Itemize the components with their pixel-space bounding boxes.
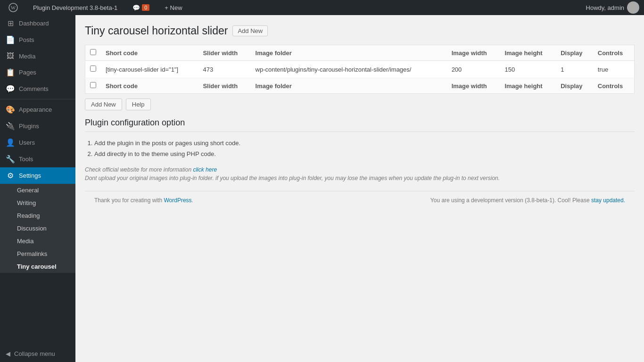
admin-bar: W Plugin Development 3.8-beta-1 💬 0 + Ne…	[0, 0, 644, 15]
collapse-icon: ◀	[6, 350, 10, 357]
sidebar-item-appearance[interactable]: 🎨 Appearance	[0, 101, 75, 118]
plugin-config-notice: Check official website for more informat…	[85, 166, 635, 173]
pages-icon: 📋	[6, 68, 15, 77]
select-all-checkbox-top[interactable]	[90, 49, 96, 55]
sidebar-item-settings[interactable]: ⚙ Settings	[0, 167, 75, 184]
col-image-height-footer: Image height	[500, 78, 556, 94]
sidebar-item-pages[interactable]: 📋 Pages	[0, 64, 75, 81]
sidebar-item-media[interactable]: 🖼 Media	[0, 48, 75, 64]
row-shortcode: [tiny-carousel-slider id="1"]	[101, 61, 198, 78]
col-slider-width-footer: Slider width	[198, 78, 250, 94]
row-controls: true	[593, 61, 635, 78]
wordpress-link[interactable]: WordPress	[164, 197, 191, 204]
col-shortcode-top: Short code	[101, 45, 198, 61]
col-image-height-top: Image height	[500, 45, 556, 61]
plugins-icon: 🔌	[6, 122, 15, 131]
media-icon: 🖼	[6, 52, 15, 60]
submenu-item-media[interactable]: Media	[0, 235, 75, 247]
col-shortcode-footer: Short code	[101, 78, 198, 94]
row-image-height: 150	[500, 61, 556, 78]
comments-button[interactable]: 💬 0	[129, 0, 153, 15]
row-checkbox[interactable]	[90, 66, 96, 72]
wp-logo-button[interactable]: W	[5, 0, 22, 15]
submenu-item-general[interactable]: General	[0, 184, 75, 197]
plugin-config-warning: Dont upload your original images into pl…	[85, 175, 635, 181]
row-image-width: 200	[447, 61, 500, 78]
col-display-footer: Display	[556, 78, 593, 94]
collapse-menu-button[interactable]: ◀ Collapse menu	[0, 346, 75, 362]
col-display-top: Display	[556, 45, 593, 61]
settings-submenu: General Writing Reading Discussion Media…	[0, 184, 75, 273]
dashboard-icon: ⊞	[6, 19, 15, 28]
new-content-button[interactable]: + New	[161, 0, 186, 15]
submenu-item-discussion[interactable]: Discussion	[0, 222, 75, 235]
footer-dev-notice: You are using a development version (3.8…	[430, 197, 625, 204]
page-footer: Thank you for creating with WordPress. Y…	[85, 191, 635, 209]
settings-icon: ⚙	[6, 171, 15, 180]
sidebar-item-comments[interactable]: 💬 Comments	[0, 81, 75, 97]
col-image-width-footer: Image width	[447, 78, 500, 94]
plugin-config-title: Plugin configuration option	[85, 118, 635, 132]
svg-text:W: W	[11, 5, 16, 10]
sidebar-item-posts[interactable]: 📄 Posts	[0, 32, 75, 48]
row-image-folder: wp-content/plugins/tiny-carousel-horizon…	[251, 61, 447, 78]
submenu-item-writing[interactable]: Writing	[0, 197, 75, 209]
stay-updated-link[interactable]: stay updated.	[591, 197, 625, 204]
plugin-config-step-2: Add directly in to the theme using PHP c…	[94, 148, 635, 159]
tools-icon: 🔧	[6, 155, 15, 164]
users-icon: 👤	[6, 138, 15, 147]
footer-credit: Thank you for creating with WordPress.	[94, 197, 193, 204]
sidebar-item-plugins[interactable]: 🔌 Plugins	[0, 118, 75, 134]
submenu-item-reading[interactable]: Reading	[0, 209, 75, 222]
appearance-icon: 🎨	[6, 105, 15, 114]
submenu-item-permalinks[interactable]: Permalinks	[0, 247, 75, 260]
howdy-menu[interactable]: Howdy, admin	[586, 1, 639, 14]
col-check-footer	[85, 78, 101, 94]
sidebar-item-users[interactable]: 👤 Users	[0, 134, 75, 151]
table-header-row-top: Short code Slider width Image folder Ima…	[85, 45, 635, 61]
help-button[interactable]: Help	[126, 99, 151, 110]
comments-nav-icon: 💬	[6, 84, 15, 93]
col-check-top	[85, 45, 101, 61]
main-content: Tiny carousel horizontal slider Add New …	[75, 15, 644, 362]
row-display: 1	[556, 61, 593, 78]
add-new-header-button[interactable]: Add New	[232, 25, 268, 36]
plugin-config-section: Plugin configuration option Add the plug…	[85, 118, 635, 181]
comments-icon: 💬	[132, 4, 140, 11]
col-image-width-top: Image width	[447, 45, 500, 61]
page-wrap: Tiny carousel horizontal slider Add New …	[85, 25, 635, 181]
avatar	[627, 1, 639, 14]
select-all-checkbox-footer[interactable]	[90, 82, 96, 88]
row-slider-width: 473	[198, 61, 250, 78]
page-title: Tiny carousel horizontal slider Add New	[85, 25, 635, 37]
col-image-folder-top: Image folder	[251, 45, 447, 61]
table-row: [tiny-carousel-slider id="1"] 473 wp-con…	[85, 61, 635, 78]
slider-table-top: Short code Slider width Image folder Ima…	[85, 45, 635, 94]
row-check	[85, 61, 101, 78]
col-controls-footer: Controls	[593, 78, 635, 94]
col-image-folder-footer: Image folder	[251, 78, 447, 94]
plugin-config-step-1: Add the plugin in the posts or pages usi…	[94, 138, 635, 148]
col-controls-top: Controls	[593, 45, 635, 61]
add-new-button[interactable]: Add New	[85, 99, 122, 110]
submenu-item-tiny-carousel[interactable]: Tiny carousel	[0, 260, 75, 273]
posts-icon: 📄	[6, 35, 15, 44]
sidebar-item-tools[interactable]: 🔧 Tools	[0, 151, 75, 167]
table-footer-row: Short code Slider width Image folder Ima…	[85, 78, 635, 94]
click-here-link[interactable]: click here	[193, 166, 217, 173]
plugin-config-steps: Add the plugin in the posts or pages usi…	[94, 138, 635, 160]
site-name[interactable]: Plugin Development 3.8-beta-1	[29, 0, 121, 15]
menu-separator-1	[0, 99, 75, 99]
sidebar-item-dashboard[interactable]: ⊞ Dashboard	[0, 15, 75, 32]
col-slider-width-top: Slider width	[198, 45, 250, 61]
table-actions: Add New Help	[85, 99, 635, 110]
sidebar: ⊞ Dashboard 📄 Posts 🖼 Media 📋 Pages 💬 Co…	[0, 15, 75, 362]
